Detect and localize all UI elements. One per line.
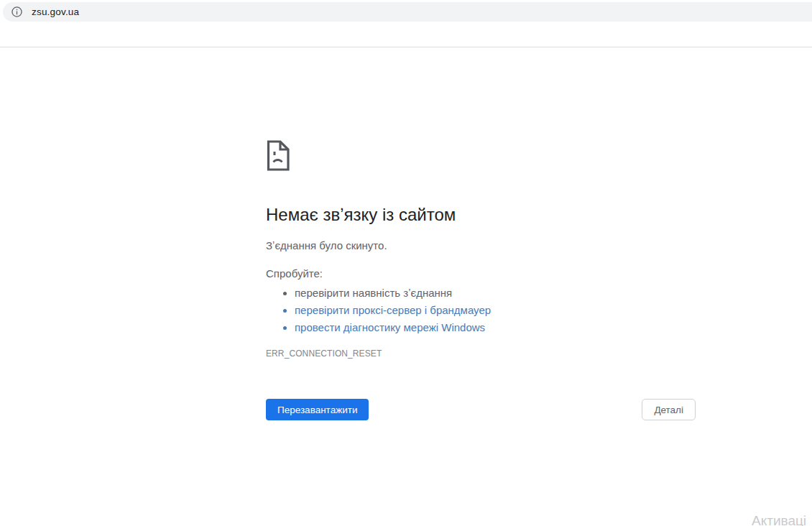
windows-activation-watermark: Активаці <box>752 513 806 526</box>
suggestions-label: Спробуйте: <box>266 267 323 280</box>
error-title: Немає звʼязку із сайтом <box>266 205 456 225</box>
error-content: Немає звʼязку із сайтом Зʼєднання було с… <box>266 0 696 526</box>
error-subtitle: Зʼєднання було скинуто. <box>266 239 387 252</box>
suggestions-list: перевірити наявність зʼєднання перевірит… <box>266 285 696 336</box>
suggestion-network-diagnostics-link[interactable]: провести діагностику мережі Windows <box>295 319 696 336</box>
info-icon[interactable] <box>11 6 22 17</box>
suggestion-check-connection: перевірити наявність зʼєднання <box>295 285 696 302</box>
url-text[interactable]: zsu.gov.ua <box>32 6 79 17</box>
reload-button[interactable]: Перезавантажити <box>266 399 369 420</box>
browser-error-page: { "browser": { "url": "zsu.gov.ua" }, "e… <box>0 0 812 526</box>
error-code: ERR_CONNECTION_RESET <box>266 349 382 359</box>
sad-file-icon <box>266 140 290 171</box>
suggestion-proxy-firewall-link[interactable]: перевірити проксі-сервер і брандмауер <box>295 302 696 319</box>
buttons-row: Перезавантажити Деталі <box>266 399 696 420</box>
details-button[interactable]: Деталі <box>642 399 696 420</box>
